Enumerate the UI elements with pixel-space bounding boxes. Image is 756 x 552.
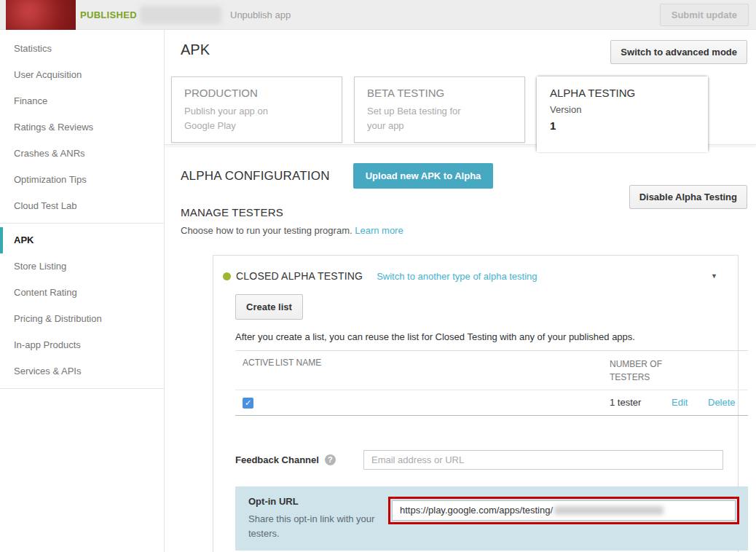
redacted-app-icon bbox=[6, 0, 76, 30]
opt-in-url-description: Share this opt-in link with your testers… bbox=[248, 512, 388, 541]
column-header-list-name: LIST NAME bbox=[275, 358, 610, 384]
version-value: 1 bbox=[550, 119, 695, 132]
tab-title: PRODUCTION bbox=[184, 87, 329, 99]
redacted-app-name bbox=[140, 6, 221, 24]
reuse-list-note: After you create a list, you can reuse t… bbox=[235, 331, 723, 342]
tester-lists-table: ACTIVE LIST NAME NUMBER OF TESTERS ✓ 1 t… bbox=[235, 350, 748, 416]
manage-testers-text: Choose how to run your testing program. bbox=[181, 225, 353, 236]
feedback-channel-label: Feedback Channel bbox=[235, 454, 319, 465]
switch-alpha-type-link[interactable]: Switch to another type of alpha testing bbox=[377, 271, 537, 282]
tab-subtitle: Set up Beta testing for your app bbox=[367, 104, 476, 133]
switch-advanced-mode-button[interactable]: Switch to advanced mode bbox=[610, 40, 747, 64]
column-header-spacer bbox=[672, 358, 708, 384]
version-label: Version bbox=[550, 104, 695, 115]
table-header-row: ACTIVE LIST NAME NUMBER OF TESTERS bbox=[235, 351, 748, 390]
sidebar-item-content-rating[interactable]: Content Rating bbox=[0, 280, 164, 306]
column-header-active: ACTIVE bbox=[235, 358, 275, 384]
active-status-dot-icon bbox=[223, 272, 231, 280]
sidebar-item-ratings-reviews[interactable]: Ratings & Reviews bbox=[0, 114, 164, 141]
feedback-channel-row: Feedback Channel ? bbox=[235, 450, 723, 470]
feedback-channel-input[interactable] bbox=[363, 450, 723, 470]
tab-beta-testing[interactable]: BETA TESTING Set up Beta testing for you… bbox=[354, 76, 525, 143]
delete-list-link[interactable]: Delete bbox=[708, 397, 736, 408]
tab-production[interactable]: PRODUCTION Publish your app on Google Pl… bbox=[171, 76, 342, 143]
sidebar-item-cloud-test-lab[interactable]: Cloud Test Lab bbox=[0, 193, 164, 219]
testers-count: 1 tester bbox=[610, 395, 672, 410]
table-row: ✓ 1 tester Edit Delete bbox=[235, 390, 748, 416]
submit-update-button[interactable]: Submit update bbox=[660, 4, 749, 26]
sidebar-item-services-apis[interactable]: Services & APIs bbox=[0, 358, 164, 385]
panel-header: CLOSED ALPHA TESTING Switch to another t… bbox=[223, 270, 723, 282]
column-header-number-of-testers: NUMBER OF TESTERS bbox=[610, 358, 672, 384]
sidebar-divider bbox=[0, 388, 164, 389]
tab-title: ALPHA TESTING bbox=[550, 87, 695, 99]
tab-alpha-testing[interactable]: ALPHA TESTING Version 1 bbox=[537, 76, 708, 152]
alpha-tab-content: ALPHA CONFIGURATION Upload new APK to Al… bbox=[165, 145, 756, 552]
tab-title: BETA TESTING bbox=[367, 87, 512, 99]
sidebar-item-optimization-tips[interactable]: Optimization Tips bbox=[0, 167, 164, 193]
sidebar-item-user-acquisition[interactable]: User Acquisition bbox=[0, 62, 164, 88]
active-checkbox[interactable]: ✓ bbox=[243, 398, 253, 409]
page-title: APK bbox=[181, 42, 210, 58]
main-content: APK Switch to advanced mode PRODUCTION P… bbox=[165, 30, 756, 552]
sidebar-item-pricing-distribution[interactable]: Pricing & Distribution bbox=[0, 306, 164, 332]
sidebar: Statistics User Acquisition Finance Rati… bbox=[0, 30, 165, 552]
disable-alpha-testing-button[interactable]: Disable Alpha Testing bbox=[629, 185, 747, 209]
top-bar: PUBLISHED Unpublish app Submit update bbox=[0, 0, 756, 30]
track-tabs: PRODUCTION Publish your app on Google Pl… bbox=[165, 76, 756, 145]
opt-in-url-box: Opt-in URL Share this opt-in link with y… bbox=[235, 486, 748, 551]
sidebar-item-crashes-anrs[interactable]: Crashes & ANRs bbox=[0, 141, 164, 167]
page-header: APK Switch to advanced mode bbox=[165, 30, 756, 74]
app-icon[interactable] bbox=[6, 0, 76, 30]
sidebar-item-in-app-products[interactable]: In-app Products bbox=[0, 332, 164, 358]
sidebar-divider bbox=[0, 223, 164, 224]
tab-subtitle: Publish your app on Google Play bbox=[184, 104, 294, 133]
closed-alpha-panel: CLOSED ALPHA TESTING Switch to another t… bbox=[213, 255, 739, 552]
opt-in-url-value: https://play.google.com/apps/testing/ bbox=[400, 505, 553, 516]
chevron-down-icon[interactable]: ▼ bbox=[711, 272, 717, 280]
sidebar-item-statistics[interactable]: Statistics bbox=[0, 36, 164, 62]
create-list-button[interactable]: Create list bbox=[235, 294, 303, 320]
sidebar-item-apk[interactable]: APK bbox=[0, 227, 164, 253]
opt-in-url-label: Opt-in URL bbox=[248, 496, 388, 507]
sidebar-item-store-listing[interactable]: Store Listing bbox=[0, 253, 164, 280]
redacted-url-suffix bbox=[554, 506, 664, 515]
help-icon[interactable]: ? bbox=[325, 454, 336, 465]
alpha-configuration-title: ALPHA CONFIGURATION bbox=[181, 169, 330, 184]
unpublish-app-link[interactable]: Unpublish app bbox=[230, 0, 291, 30]
red-annotation-highlight: https://play.google.com/apps/testing/ bbox=[388, 497, 739, 524]
learn-more-link[interactable]: Learn more bbox=[355, 225, 403, 236]
manage-testers-description: Choose how to run your testing program. … bbox=[181, 225, 747, 236]
edit-list-link[interactable]: Edit bbox=[672, 397, 688, 408]
closed-alpha-title: CLOSED ALPHA TESTING bbox=[236, 270, 363, 282]
upload-apk-alpha-button[interactable]: Upload new APK to Alpha bbox=[353, 163, 494, 189]
opt-in-url-input[interactable]: https://play.google.com/apps/testing/ bbox=[392, 500, 736, 521]
column-header-spacer bbox=[708, 358, 748, 384]
published-status-badge: PUBLISHED bbox=[80, 0, 137, 30]
sidebar-item-finance[interactable]: Finance bbox=[0, 88, 164, 114]
